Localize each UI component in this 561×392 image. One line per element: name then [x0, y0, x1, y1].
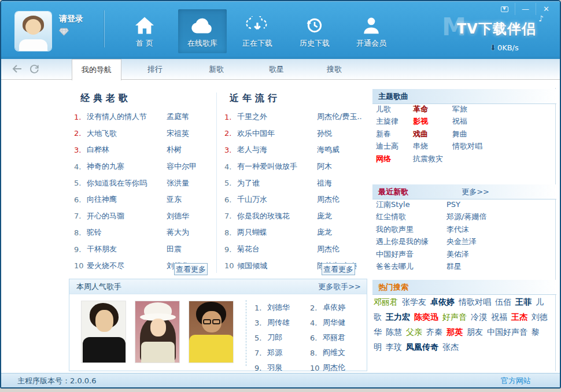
back-icon[interactable] [12, 64, 23, 74]
nav-item-online-library[interactable]: 在线歌库 [178, 9, 227, 53]
song-artist-link[interactable]: 田震 [167, 244, 212, 254]
nav-item-membership[interactable]: 开通会员 [347, 9, 396, 53]
singer-name-link[interactable]: 刀郎 [267, 332, 310, 343]
new-songs-more-link[interactable]: 更多>> [462, 184, 489, 199]
singer-name-link[interactable]: 卓依婷 [323, 302, 362, 313]
song-title-link[interactable]: 神奇的九寨 [87, 161, 167, 172]
hot-search-tag-link[interactable]: 王力宏 [386, 312, 410, 321]
hot-search-tag-link[interactable]: 李玟 [386, 342, 402, 352]
song-title-link[interactable]: 你是我的玫瑰花 [237, 211, 317, 221]
new-song-artist-link[interactable]: 美佑泽 [446, 249, 553, 260]
new-song-title-link[interactable]: 我的歌声里 [376, 224, 446, 235]
song-artist-link[interactable]: 庞龙 [317, 211, 362, 221]
login-link[interactable]: 请登录 [59, 14, 83, 24]
singer-photo-woman-white-hat[interactable] [135, 301, 180, 363]
hot-search-tag-link[interactable]: 情歌对唱 [459, 297, 491, 306]
theme-tag-link[interactable]: 影视 [413, 116, 452, 127]
refresh-icon[interactable] [29, 64, 40, 74]
song-artist-link[interactable]: 容中尔甲 [167, 161, 212, 172]
song-artist-link[interactable]: 亚东 [167, 194, 212, 205]
song-artist-link[interactable]: 刘德华 [167, 211, 212, 221]
new-song-title-link[interactable]: 遇上你是我的缘 [376, 236, 446, 247]
hot-search-tag-link[interactable]: 王杰 [511, 312, 527, 321]
song-artist-link[interactable]: 张洪量 [167, 178, 212, 188]
singer-name-link[interactable]: 周华健 [323, 317, 362, 328]
theme-tag-link[interactable]: 戏曲 [413, 129, 452, 139]
tab-my-navigation[interactable]: 我的导航 [72, 59, 121, 80]
tab-singers[interactable]: 歌星 [260, 59, 293, 80]
song-title-link[interactable]: 驼铃 [87, 227, 167, 238]
singer-name-link[interactable]: 羽泉 [267, 363, 310, 373]
theme-tag-link[interactable]: 革命 [413, 104, 452, 114]
song-artist-link[interactable]: 阿木 [317, 161, 362, 172]
singer-photo-man-yellow-shirt[interactable] [189, 301, 234, 363]
song-artist-link[interactable]: 海鸣威 [317, 145, 362, 155]
singer-name-link[interactable]: 刘德华 [267, 302, 310, 313]
theme-tag-link[interactable]: 军旅 [452, 104, 553, 114]
new-song-artist-link[interactable]: PSY [446, 200, 553, 209]
theme-tag-link[interactable]: 情歌对唱 [452, 141, 553, 151]
theme-tag-link[interactable]: 网络 [376, 154, 413, 164]
theme-tag-link[interactable]: 抗震救灾 [413, 154, 452, 164]
song-title-link[interactable]: 干杯朋友 [87, 244, 167, 254]
new-song-title-link[interactable]: 爸爸去哪儿 [376, 261, 446, 272]
nav-item-home[interactable]: 首 页 [120, 9, 169, 53]
song-artist-link[interactable]: 周杰伦 [317, 194, 362, 205]
tray-button[interactable]: ▼ [494, 3, 515, 15]
tab-search-songs[interactable]: 搜歌 [318, 59, 350, 80]
hot-search-tag-link[interactable]: 卓依婷 [430, 297, 455, 306]
song-artist-link[interactable]: 庞龙 [317, 227, 362, 238]
hot-search-tag-link[interactable]: 齐秦 [426, 327, 442, 336]
song-title-link[interactable]: 欢乐中国年 [237, 128, 317, 139]
song-title-link[interactable]: 千山万水 [237, 194, 317, 205]
song-artist-link[interactable]: 祖海 [317, 178, 362, 188]
nav-item-downloading[interactable]: 正在下载 [233, 9, 282, 53]
theme-tag-link[interactable]: 舞曲 [452, 129, 553, 139]
new-song-title-link[interactable]: 中国好声音 [376, 249, 446, 260]
song-artist-link[interactable]: 孟庭苇 [167, 112, 212, 122]
official-site-link[interactable]: 官方网站 [501, 376, 531, 386]
hot-search-tag-link[interactable]: 陈奕迅 [414, 312, 438, 321]
new-song-title-link[interactable]: 江南Style [376, 199, 446, 210]
singer-photo-man-black-shirt[interactable] [81, 301, 126, 363]
song-title-link[interactable]: 为了谁 [237, 178, 317, 188]
song-artist-link[interactable]: 蒋大为 [167, 227, 212, 238]
user-avatar[interactable] [15, 12, 51, 51]
song-title-link[interactable]: 白桦林 [87, 145, 167, 155]
song-title-link[interactable]: 爱火烧不尽 [87, 261, 167, 271]
song-title-link[interactable]: 开心的马骝 [87, 211, 167, 221]
theme-tag-link[interactable]: 迪士高 [376, 141, 413, 151]
song-title-link[interactable]: 大地飞歌 [87, 128, 167, 139]
theme-tag-link[interactable]: 儿歌 [376, 104, 413, 114]
new-song-artist-link[interactable]: 央金兰泽 [446, 236, 553, 247]
hot-search-tag-link[interactable]: 冷漠 [471, 312, 487, 321]
song-artist-link[interactable]: 孙悦 [317, 128, 362, 139]
classic-view-more-button[interactable]: 查看更多 [174, 263, 208, 275]
hot-search-tag-link[interactable]: 父亲 [406, 327, 422, 336]
song-title-link[interactable]: 老人与海 [237, 145, 317, 155]
new-song-artist-link[interactable]: 群星 [446, 261, 553, 272]
song-title-link[interactable]: 两只蝴蝶 [237, 227, 317, 238]
theme-tag-link[interactable]: 祝福 [452, 116, 553, 127]
song-artist-link[interactable]: 朴树 [167, 145, 212, 155]
theme-tag-link[interactable]: 串烧 [413, 141, 452, 151]
singer-name-link[interactable]: 郑源 [267, 347, 310, 358]
hot-search-tag-link[interactable]: 好声音 [442, 312, 467, 321]
hot-search-tag-link[interactable]: 凤凰传奇 [406, 342, 438, 352]
song-title-link[interactable]: 菊花台 [237, 244, 317, 254]
new-song-artist-link[interactable]: 郑源/蒋姗倍 [446, 212, 553, 222]
song-title-link[interactable]: 没有情人的情人节 [87, 112, 167, 122]
more-singers-link[interactable]: 更多歌手>> [318, 279, 361, 294]
hot-search-tag-link[interactable]: 王菲 [515, 297, 532, 306]
hot-search-tag-link[interactable]: 张杰 [442, 342, 459, 352]
minimize-button[interactable]: — [515, 3, 536, 15]
hot-search-tag-link[interactable]: 中国好声音 [487, 327, 527, 336]
new-song-artist-link[interactable]: 李代沫 [446, 224, 553, 235]
song-title-link[interactable]: 倾国倾城 [237, 261, 317, 271]
close-button[interactable]: ✕ [536, 3, 556, 15]
tab-rankings[interactable]: 排行 [139, 59, 171, 80]
song-title-link[interactable]: 千里之外 [237, 112, 317, 122]
singer-name-link[interactable]: 周杰伦 [323, 363, 362, 373]
pop-view-more-button[interactable]: 查看更多 [322, 263, 355, 275]
singer-name-link[interactable]: 邓丽君 [323, 332, 362, 343]
